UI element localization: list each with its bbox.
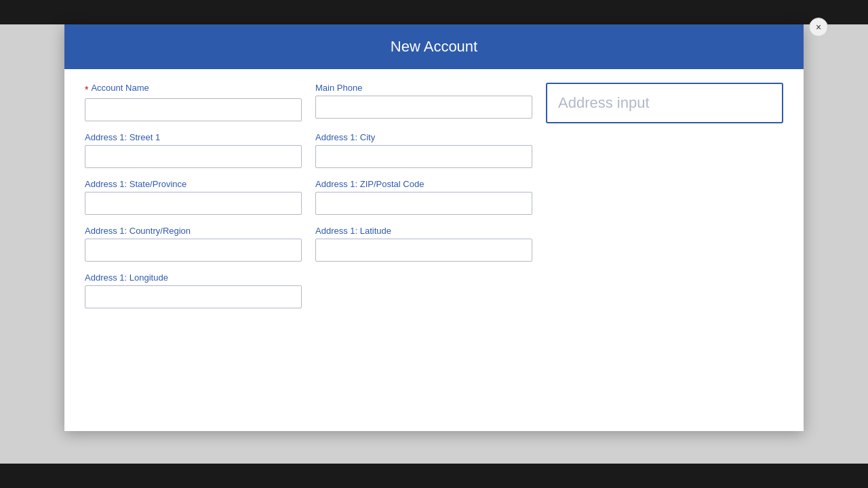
- modal-header: New Account ×: [64, 24, 804, 69]
- form-left: * Account Name Main Phone: [85, 83, 532, 319]
- account-name-group: * Account Name: [85, 83, 302, 121]
- modal-title: New Account: [391, 38, 477, 55]
- form-row-1: * Account Name Main Phone: [85, 83, 532, 121]
- modal-wrapper: New Account × * Account Name: [0, 24, 868, 464]
- zip-input[interactable]: [315, 192, 532, 215]
- longitude-group: Address 1: Longitude: [85, 272, 302, 308]
- form-row-5: Address 1: Longitude: [85, 272, 532, 308]
- account-name-label: Account Name: [91, 83, 149, 93]
- state-group: Address 1: State/Province: [85, 179, 302, 215]
- main-phone-group: Main Phone: [315, 83, 532, 121]
- main-phone-label: Main Phone: [315, 83, 532, 93]
- modal-body: * Account Name Main Phone: [64, 69, 804, 340]
- form-row-3: Address 1: State/Province Address 1: ZIP…: [85, 179, 532, 215]
- latitude-label: Address 1: Latitude: [315, 226, 532, 236]
- address-input-field[interactable]: [546, 83, 783, 123]
- longitude-input[interactable]: [85, 285, 302, 308]
- street1-input[interactable]: [85, 145, 302, 168]
- account-name-input[interactable]: [85, 98, 302, 121]
- state-label: Address 1: State/Province: [85, 179, 302, 189]
- street1-group: Address 1: Street 1: [85, 132, 302, 168]
- modal: New Account × * Account Name: [64, 24, 804, 431]
- form-row-4: Address 1: Country/Region Address 1: Lat…: [85, 226, 532, 262]
- main-phone-input[interactable]: [315, 96, 532, 119]
- street1-label: Address 1: Street 1: [85, 132, 302, 142]
- form-layout: * Account Name Main Phone: [85, 83, 783, 319]
- state-input[interactable]: [85, 192, 302, 215]
- city-label: Address 1: City: [315, 132, 532, 142]
- country-label: Address 1: Country/Region: [85, 226, 302, 236]
- zip-group: Address 1: ZIP/Postal Code: [315, 179, 532, 215]
- close-button[interactable]: ×: [809, 18, 828, 37]
- city-group: Address 1: City: [315, 132, 532, 168]
- form-row-2: Address 1: Street 1 Address 1: City: [85, 132, 532, 168]
- account-name-label-row: * Account Name: [85, 83, 302, 96]
- required-star: *: [85, 84, 88, 95]
- country-input[interactable]: [85, 239, 302, 262]
- city-input[interactable]: [315, 145, 532, 168]
- bottom-bar: [0, 464, 868, 488]
- zip-label: Address 1: ZIP/Postal Code: [315, 179, 532, 189]
- latitude-group: Address 1: Latitude: [315, 226, 532, 262]
- form-right: [546, 83, 783, 319]
- top-bar: [0, 0, 868, 24]
- country-group: Address 1: Country/Region: [85, 226, 302, 262]
- latitude-input[interactable]: [315, 239, 532, 262]
- longitude-spacer: [315, 272, 532, 308]
- longitude-label: Address 1: Longitude: [85, 272, 302, 283]
